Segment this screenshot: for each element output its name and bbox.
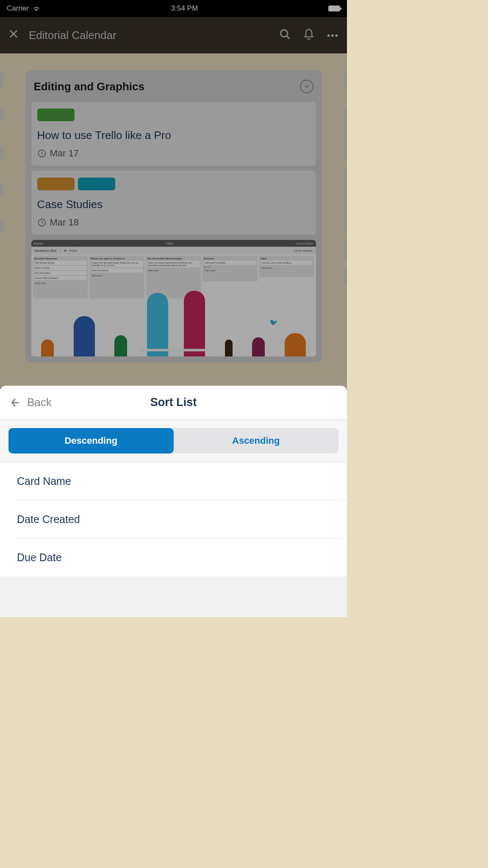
mini-app-name: Trello — [166, 242, 173, 245]
segment-descending[interactable]: Descending — [8, 428, 174, 453]
sort-option-card-name[interactable]: Card Name — [17, 462, 347, 501]
list-title: Editing and Graphics — [34, 80, 144, 93]
chevron-down-icon[interactable] — [300, 80, 313, 93]
mini-list-title: Tax Deductible Memberships — [147, 257, 200, 260]
sheet-title: Sort List — [150, 396, 197, 409]
mini-add-card: Add a card... — [91, 273, 143, 278]
mini-show-sidebar: Show sidebar — [294, 249, 312, 252]
page-indicator — [140, 349, 208, 351]
mini-list-title: Donation Requests — [34, 257, 87, 260]
mini-card: Ideas from friends. — [91, 268, 143, 273]
card-title: Case Studies — [37, 198, 310, 211]
svg-point-3 — [335, 34, 338, 37]
card-date: Mar 17 — [50, 148, 79, 159]
card-label-green[interactable] — [37, 108, 75, 121]
arrow-left-icon — [9, 396, 22, 409]
bottom-spacer — [0, 576, 347, 617]
mini-boards-label: Boards — [34, 242, 43, 245]
list-peek-left — [0, 70, 3, 253]
card-attachment-image[interactable]: Boards Trello Lauren Moon Donations 2014… — [31, 240, 316, 356]
carrier-label: Carrier — [7, 4, 29, 13]
card-date: Mar 18 — [50, 217, 79, 228]
back-label: Back — [27, 396, 52, 409]
segment-ascending[interactable]: Ascending — [174, 428, 339, 453]
clock-icon — [37, 149, 47, 158]
sort-sheet: Back Sort List Descending Ascending Card… — [0, 386, 347, 617]
mini-visibility: Public — [69, 249, 77, 252]
mini-add-card: Add a card... — [261, 266, 313, 270]
mini-add-card: Add a card... — [34, 281, 87, 285]
close-icon[interactable] — [8, 29, 19, 42]
mini-card: Doctors Without Borders — [34, 276, 87, 280]
card[interactable]: How to use Trello like a Pro Mar 17 — [31, 102, 316, 166]
sort-option-date-created[interactable]: Date Created — [17, 501, 347, 539]
list-column[interactable]: Editing and Graphics How to use Trello l… — [25, 70, 322, 362]
list-peek-right — [344, 70, 347, 305]
mini-card: ALS Association — [34, 271, 87, 275]
svg-point-0 — [281, 30, 288, 37]
mini-board-title: Donations 2014 — [35, 249, 57, 252]
mini-card: Wikimedia Foundation — [204, 261, 256, 265]
mini-list-title: Filed — [261, 257, 313, 260]
card-label-orange[interactable] — [37, 178, 75, 190]
card[interactable]: Case Studies Mar 18 — [31, 171, 316, 235]
mini-card: The Humane Society — [34, 261, 87, 265]
back-button[interactable]: Back — [9, 396, 52, 409]
mini-card: One time, end of year donations. — [261, 261, 313, 265]
status-time: 3:54 PM — [171, 4, 198, 13]
sort-direction-segmented-control: Descending Ascending — [8, 428, 338, 453]
board-content[interactable]: Editing and Graphics How to use Trello l… — [0, 53, 347, 362]
wifi-icon — [32, 6, 41, 12]
sort-option-due-date[interactable]: Due Date — [17, 539, 347, 576]
mini-list-title: Donated — [204, 257, 256, 260]
svg-point-1 — [327, 34, 330, 37]
mini-add-card: Add a card... — [147, 268, 200, 273]
battery-icon — [328, 6, 340, 11]
notification-icon[interactable] — [303, 28, 315, 42]
svg-point-2 — [331, 34, 334, 37]
card-label-teal[interactable] — [78, 178, 115, 190]
app-header: Editorial Calendar — [0, 17, 347, 53]
board-title: Editorial Calendar — [29, 29, 116, 42]
mini-card: When you have a membership (ie Moma), th… — [147, 261, 200, 267]
clock-icon — [37, 218, 47, 227]
status-bar: Carrier 3:54 PM — [0, 0, 347, 17]
card-title: How to use Trello like a Pro — [37, 129, 310, 142]
mini-user: Lauren Moon — [296, 242, 313, 245]
mini-card: Copied from last years board, clicked ye… — [91, 261, 143, 267]
more-icon[interactable] — [327, 31, 338, 39]
mini-card: March of Dimes — [34, 266, 87, 270]
mini-add-card: Add a card... — [204, 268, 256, 273]
search-icon[interactable] — [279, 28, 291, 42]
mini-list-title: Places we want to donate to — [91, 257, 143, 260]
